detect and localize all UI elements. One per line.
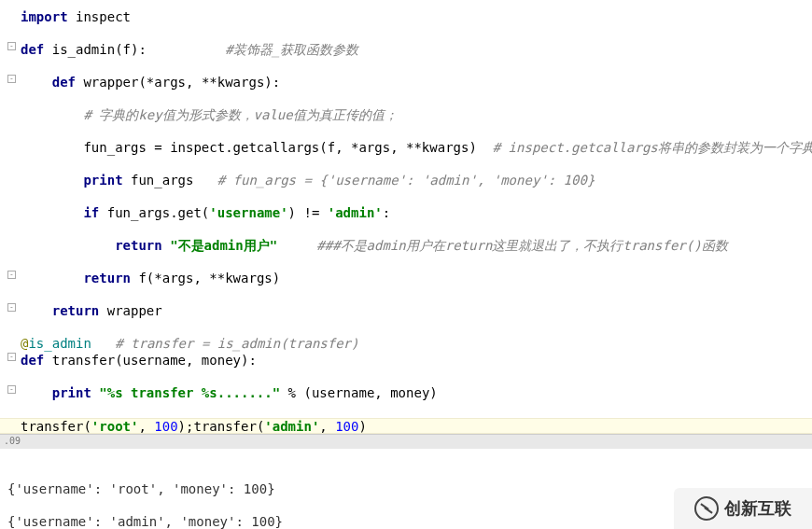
code-line: fun_args = inspect.getcallargs(f, *args,… — [0, 140, 812, 157]
code-line: - print "%s transfer %s......." % (usern… — [0, 385, 812, 402]
fn-sig: wrapper(*args, **kwargs): — [76, 75, 280, 90]
blank-line — [0, 369, 812, 385]
code-line: import inspect — [0, 9, 812, 26]
code-line: # 字典的key值为形式参数，value值为真正传的值； — [0, 107, 812, 124]
watermark: 创新互联 — [674, 488, 812, 529]
code-text: fun_args — [123, 173, 217, 188]
comment: # transfer = is_admin(transfer) — [115, 336, 358, 351]
code-text: : — [383, 205, 390, 220]
blank-line — [0, 320, 812, 337]
fn-sig: transfer(username, money): — [44, 353, 257, 368]
string: "不是admin用户" — [170, 238, 277, 253]
blank-line — [0, 401, 812, 418]
number: 100 — [154, 419, 177, 434]
blank-line — [0, 157, 812, 174]
string: 'username' — [209, 205, 287, 220]
code-text: % (username, money) — [280, 385, 438, 400]
code-text: wrapper — [99, 303, 161, 318]
blank-line — [0, 255, 812, 271]
code-text — [91, 336, 115, 351]
run-line-highlight: transfer('root', 100);transfer('admin', … — [0, 418, 812, 435]
watermark-logo-icon — [694, 496, 719, 521]
keyword-return: return — [21, 238, 162, 253]
string: 'admin' — [264, 419, 319, 434]
fold-end-icon[interactable]: - — [7, 385, 16, 394]
keyword-def: def — [21, 75, 76, 90]
blank-line — [0, 59, 812, 76]
fold-icon[interactable]: - — [7, 353, 16, 361]
code-line: - return f(*args, **kwargs) — [0, 271, 812, 287]
decorator-name: is_admin — [28, 336, 91, 351]
code-line: - return wrapper — [0, 303, 812, 320]
code-line: -def is_admin(f): #装饰器_获取函数参数 — [0, 42, 812, 59]
code-line: -def transfer(username, money): — [0, 353, 812, 369]
fold-end-icon[interactable]: - — [7, 303, 16, 312]
keyword-return: return — [21, 271, 131, 285]
fold-icon[interactable]: - — [7, 42, 16, 50]
comment: #装饰器_获取函数参数 — [225, 42, 358, 57]
blank-line — [0, 287, 812, 304]
keyword-def: def — [21, 42, 44, 57]
blank-line — [0, 189, 812, 206]
comment: # fun_args = {'username': 'admin', 'mone… — [217, 173, 595, 188]
blank-line — [0, 26, 812, 43]
code-line: @is_admin # transfer = is_admin(transfer… — [0, 336, 812, 353]
string: "%s transfer %s......." — [99, 385, 280, 400]
code-line: print fun_args # fun_args = {'username':… — [0, 173, 812, 189]
code-line: if fun_args.get('username') != 'admin': — [0, 205, 812, 222]
code-line: - def wrapper(*args, **kwargs): — [0, 75, 812, 91]
code-text: transfer( — [21, 419, 91, 434]
fn-sig: is_admin(f): — [44, 42, 225, 57]
keyword-print: print — [21, 173, 123, 188]
number: 100 — [335, 419, 358, 434]
keyword-return: return — [21, 303, 99, 318]
code-text: ) — [358, 419, 366, 434]
blank-line — [0, 91, 812, 108]
fold-end-icon[interactable]: - — [7, 271, 16, 279]
code-text: fun_args = inspect.getcallargs(f, *args,… — [21, 140, 493, 155]
output-header-text: .09 — [4, 436, 21, 446]
comment: # inspect.getcallargs将串的参数封装为一个字典 — [493, 140, 812, 155]
string: 'admin' — [328, 205, 383, 220]
comment: # 字典的key值为形式参数，value值为真正传的值； — [21, 107, 398, 122]
keyword-import: import — [21, 9, 68, 24]
module-name: inspect — [68, 9, 131, 24]
code-text — [277, 238, 316, 253]
comment: ###不是admin用户在return这里就退出了，不执行transfer()函… — [316, 238, 727, 253]
code-text: f(*args, **kwargs) — [131, 271, 280, 285]
fold-icon[interactable]: - — [7, 75, 16, 83]
code-text: fun_args.get( — [99, 205, 209, 220]
keyword-print: print — [21, 385, 91, 400]
watermark-text: 创新互联 — [724, 498, 791, 520]
code-text — [162, 238, 170, 253]
output-header: .09 — [0, 434, 812, 449]
code-text: , — [319, 419, 335, 434]
string: 'root' — [91, 419, 139, 434]
keyword-def: def — [21, 353, 44, 368]
code-editor[interactable]: import inspect -def is_admin(f): #装饰器_获取… — [0, 0, 812, 434]
code-text: ) != — [288, 205, 328, 220]
blank-line — [0, 222, 812, 239]
keyword-if: if — [21, 205, 99, 220]
blank-line — [0, 124, 812, 141]
code-text: );transfer( — [178, 419, 265, 434]
code-text: , — [138, 419, 154, 434]
code-line: return "不是admin用户" ###不是admin用户在return这里… — [0, 238, 812, 255]
